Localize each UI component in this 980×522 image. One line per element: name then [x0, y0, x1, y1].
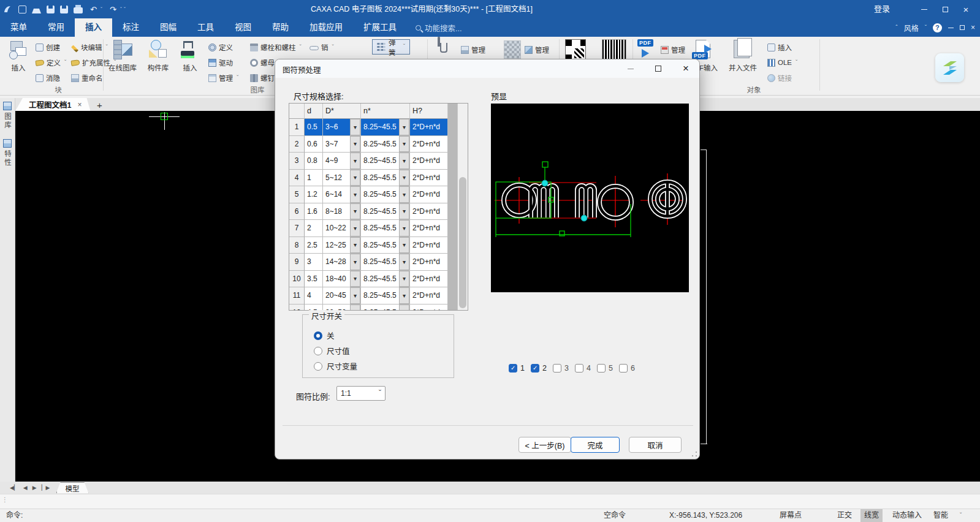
prev-layout-button[interactable]: ◀: [23, 485, 28, 491]
D-combobox[interactable]: 4~9: [323, 153, 361, 170]
table-cell[interactable]: 2*D+n*d: [410, 203, 448, 221]
combo-dropdown-icon[interactable]: [350, 220, 360, 236]
table-cell[interactable]: 4: [305, 287, 323, 304]
combo-dropdown-icon[interactable]: [350, 170, 360, 186]
table-cell[interactable]: 2*D+n*d: [410, 304, 448, 311]
radio-icon[interactable]: [314, 362, 322, 371]
table-row[interactable]: 103.518~408.25~45.52*D+n*d: [289, 271, 458, 288]
restore-button[interactable]: [935, 0, 955, 18]
minimize-button[interactable]: [914, 0, 935, 18]
library-drive-button[interactable]: 驱动: [208, 56, 233, 69]
table-cell[interactable]: 0.8: [305, 153, 323, 170]
combo-dropdown-icon[interactable]: [350, 237, 360, 254]
block-edit-button[interactable]: 块编辑: [71, 40, 108, 54]
table-row[interactable]: 10.53~68.25~45.52*D+n*d: [289, 119, 458, 136]
online-library-button[interactable]: 在线图库: [105, 38, 140, 82]
doc-restore-icon[interactable]: [960, 25, 965, 30]
combo-dropdown-icon[interactable]: [350, 136, 360, 153]
table-row[interactable]: 7210~228.25~45.52*D+n*d: [289, 220, 458, 237]
rename-button[interactable]: 重命名: [71, 71, 103, 85]
n-combobox[interactable]: 8.25~45.5: [361, 237, 410, 254]
library-manage-button[interactable]: 管理: [208, 71, 238, 85]
status-dynamic-input-toggle[interactable]: 动态输入: [892, 509, 922, 522]
command-history[interactable]: ⋮: [0, 494, 980, 509]
radio-icon[interactable]: [314, 331, 322, 340]
assistant-logo-button[interactable]: [935, 53, 964, 82]
D-combobox[interactable]: 20~45: [323, 287, 361, 304]
combo-dropdown-icon[interactable]: [350, 186, 360, 203]
app-logo-icon[interactable]: [2, 4, 13, 15]
table-cell[interactable]: 1.6: [305, 203, 323, 221]
doc-close-icon[interactable]: ×: [971, 23, 975, 32]
table-cell[interactable]: 0.5: [305, 119, 323, 136]
menu-tab-9[interactable]: 加载应用: [299, 18, 353, 37]
status-smart-snap[interactable]: 智能: [933, 509, 948, 522]
command-panel-grip[interactable]: ⋮: [2, 496, 7, 503]
combo-dropdown-icon[interactable]: [350, 203, 360, 220]
dialog-maximize-button[interactable]: [646, 59, 670, 78]
table-cell[interactable]: 2: [305, 220, 323, 237]
n-combobox[interactable]: 8.25~45.5: [361, 304, 410, 311]
menu-tab-7[interactable]: 视图: [224, 18, 262, 37]
bolt-stud-button[interactable]: 螺栓和螺柱: [250, 40, 302, 54]
new-document-tab-button[interactable]: +: [90, 99, 108, 111]
n-combobox[interactable]: 8.25~45.5: [361, 220, 410, 237]
table-row[interactable]: 61.68~188.25~45.52*D+n*d: [289, 203, 458, 221]
qrcode-button[interactable]: [565, 39, 586, 60]
help-icon[interactable]: ?: [933, 23, 942, 32]
row-number-cell[interactable]: 7: [289, 220, 305, 237]
next-layout-button[interactable]: ▶: [32, 485, 37, 491]
command-prompt[interactable]: 命令:: [6, 509, 23, 522]
table-cell[interactable]: 1: [305, 170, 323, 187]
image-manage-button[interactable]: 管理: [525, 43, 549, 56]
D-combobox[interactable]: 10~22: [323, 220, 361, 237]
block-define-button[interactable]: 定义: [36, 56, 66, 69]
combo-dropdown-icon[interactable]: [399, 136, 409, 153]
object-insert-button[interactable]: 插入: [767, 40, 792, 54]
spring-button[interactable]: 弹簧: [372, 39, 410, 55]
checkbox-icon[interactable]: [553, 364, 561, 373]
menu-tab-1[interactable]: 菜单: [0, 18, 37, 37]
combo-dropdown-icon[interactable]: [399, 271, 409, 287]
table-cell[interactable]: 2*D+n*d: [410, 170, 448, 187]
ole-paste-button[interactable]: [438, 38, 440, 47]
print-icon[interactable]: [74, 7, 83, 13]
D-combobox[interactable]: 12~25: [323, 237, 361, 254]
table-cell[interactable]: 2*D+n*d: [410, 136, 448, 153]
nut-button[interactable]: 螺母: [250, 56, 275, 69]
side-panel-library-tab[interactable]: 图库: [0, 98, 15, 129]
new-file-icon[interactable]: [18, 6, 26, 13]
combo-dropdown-icon[interactable]: [399, 170, 409, 186]
barcode-button[interactable]: [602, 39, 626, 60]
row-number-cell[interactable]: 2: [289, 136, 305, 153]
save-as-icon[interactable]: [60, 6, 68, 13]
menu-tab-6[interactable]: 工具: [187, 18, 224, 37]
combo-dropdown-icon[interactable]: [350, 304, 360, 311]
checkbox-icon[interactable]: [575, 364, 583, 373]
combo-dropdown-icon[interactable]: [350, 119, 360, 135]
insert-symbol-button[interactable]: 插入: [177, 38, 203, 82]
view-checkbox-3[interactable]: 3: [553, 364, 569, 373]
table-scrollbar[interactable]: [457, 104, 468, 310]
combo-dropdown-icon[interactable]: [399, 287, 409, 304]
collapse-ribbon-icon[interactable]: ˆ: [895, 25, 897, 31]
row-number-cell[interactable]: 3: [289, 153, 305, 170]
block-create-button[interactable]: 创建: [36, 40, 60, 54]
redo-dropdown-icon[interactable]: ˇ: [120, 6, 122, 12]
table-row[interactable]: 30.84~98.25~45.52*D+n*d: [289, 153, 458, 170]
n-combobox[interactable]: 8.25~45.5: [361, 136, 410, 153]
combo-dropdown-icon[interactable]: [399, 119, 409, 135]
dim-switch-radio-2[interactable]: 尺寸值: [314, 345, 350, 357]
dialog-title-bar[interactable]: 图符预处理: [275, 59, 699, 78]
D-combobox[interactable]: 5~12: [323, 170, 361, 187]
row-number-cell[interactable]: 12: [289, 304, 305, 311]
table-row[interactable]: 11420~458.25~45.52*D+n*d: [289, 287, 458, 304]
table-scrollbar-thumb[interactable]: [459, 177, 466, 308]
document-tab-close-icon[interactable]: ×: [77, 100, 82, 109]
last-layout-button[interactable]: ▏▶: [42, 485, 50, 491]
menu-tab-2[interactable]: 常用: [37, 18, 75, 37]
row-number-cell[interactable]: 6: [289, 203, 305, 221]
view-checkbox-1[interactable]: 1: [509, 364, 525, 373]
table-cell[interactable]: 0.6: [305, 136, 323, 153]
combo-dropdown-icon[interactable]: [350, 271, 360, 287]
